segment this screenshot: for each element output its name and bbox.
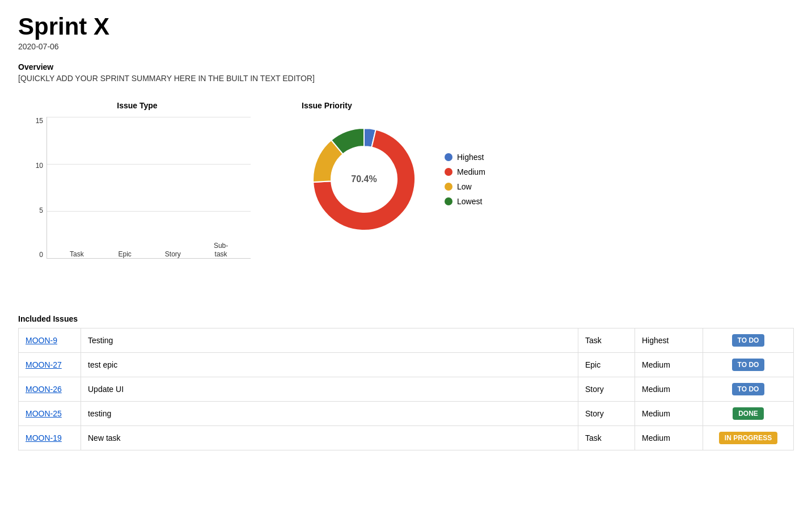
bar-label: Task	[70, 250, 84, 258]
page-title: Sprint X	[18, 14, 794, 40]
legend-dot	[445, 168, 452, 176]
issue-title: testing	[81, 402, 578, 426]
table-row: MOON-19New taskTaskMediumIN PROGRESS	[19, 426, 794, 450]
issue-status: IN PROGRESS	[703, 426, 794, 450]
legend-item: Highest	[445, 153, 485, 162]
issue-status: TO DO	[703, 353, 794, 377]
donut-chart-title: Issue Priority	[302, 101, 563, 110]
overview-text: [QUICKLY ADD YOUR SPRINT SUMMARY HERE IN…	[18, 74, 794, 83]
table-row: MOON-27test epicEpicMediumTO DO	[19, 353, 794, 377]
bar-label: Story	[165, 250, 181, 258]
issue-type: Epic	[578, 353, 635, 377]
legend-dot	[445, 153, 452, 161]
bar-group: Task	[63, 245, 90, 258]
bar-chart: Issue Type 15 10 5 0 TaskEpicStorySub-ta…	[18, 101, 256, 287]
legend-label: Lowest	[457, 197, 482, 206]
bar-label: Sub-task	[214, 242, 228, 258]
bar-chart-title: Issue Type	[18, 101, 256, 110]
legend-dot	[445, 183, 452, 191]
bar-group: Sub-task	[208, 236, 235, 258]
bar-label: Epic	[118, 250, 131, 258]
issue-title: Testing	[81, 328, 578, 353]
status-badge: TO DO	[732, 334, 765, 347]
legend-label: Low	[457, 182, 472, 191]
bar-group: Story	[159, 245, 187, 258]
issue-id[interactable]: MOON-9	[19, 328, 81, 353]
issue-title: Update UI	[81, 377, 578, 402]
issue-priority: Medium	[635, 402, 703, 426]
table-row: MOON-9TestingTaskHighestTO DO	[19, 328, 794, 353]
issue-status: DONE	[703, 402, 794, 426]
issue-id[interactable]: MOON-25	[19, 402, 81, 426]
issues-heading: Included Issues	[18, 314, 794, 323]
donut-svg-wrapper: 70.4%	[302, 117, 426, 242]
legend-dot	[445, 197, 452, 205]
donut-legend: HighestMediumLowLowest	[445, 153, 485, 206]
issue-title: test epic	[81, 353, 578, 377]
donut-chart: Issue Priority 70.4% HighestMediumLowLow…	[302, 101, 563, 242]
issue-status: TO DO	[703, 328, 794, 353]
issue-priority: Medium	[635, 377, 703, 402]
issue-priority: Medium	[635, 426, 703, 450]
sprint-date: 2020-07-06	[18, 42, 794, 51]
issue-type: Task	[578, 426, 635, 450]
table-row: MOON-26Update UIStoryMediumTO DO	[19, 377, 794, 402]
status-badge: IN PROGRESS	[719, 432, 777, 444]
legend-label: Highest	[457, 153, 484, 162]
issue-type: Task	[578, 328, 635, 353]
issue-title: New task	[81, 426, 578, 450]
legend-item: Medium	[445, 167, 485, 176]
issue-type: Story	[578, 402, 635, 426]
issue-priority: Highest	[635, 328, 703, 353]
donut-center-label: 70.4%	[351, 174, 377, 184]
issue-priority: Medium	[635, 353, 703, 377]
y-axis: 15 10 5 0	[24, 117, 46, 259]
legend-label: Medium	[457, 167, 485, 176]
legend-item: Lowest	[445, 197, 485, 206]
status-badge: DONE	[733, 407, 764, 420]
overview-heading: Overview	[18, 62, 794, 71]
issue-id[interactable]: MOON-19	[19, 426, 81, 450]
issue-status: TO DO	[703, 377, 794, 402]
legend-item: Low	[445, 182, 485, 191]
table-row: MOON-25testingStoryMediumDONE	[19, 402, 794, 426]
issue-id[interactable]: MOON-27	[19, 353, 81, 377]
status-badge: TO DO	[732, 359, 765, 371]
status-badge: TO DO	[732, 383, 765, 395]
issues-table: MOON-9TestingTaskHighestTO DOMOON-27test…	[18, 328, 794, 450]
issue-type: Story	[578, 377, 635, 402]
issue-id[interactable]: MOON-26	[19, 377, 81, 402]
bar-group: Epic	[111, 245, 138, 258]
